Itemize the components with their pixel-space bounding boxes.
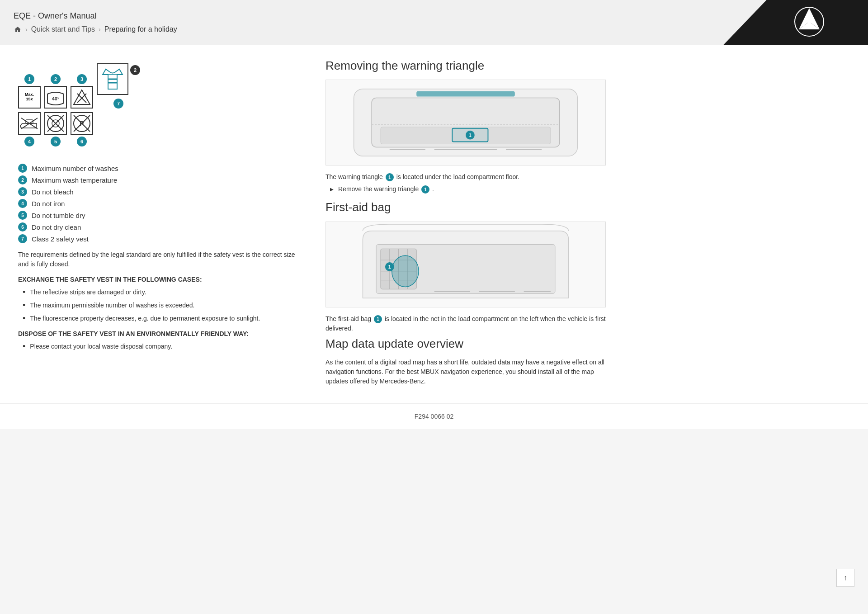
symbol-3-num: 3	[77, 74, 87, 84]
svg-marker-3	[74, 90, 90, 104]
warning-triangle-action-text: Remove the warning triangle 1 .	[338, 185, 434, 194]
legend-num-4: 4	[18, 199, 27, 208]
symbol-3-box	[71, 86, 93, 109]
svg-point-1	[807, 20, 811, 24]
symbol-5-box	[44, 112, 67, 135]
symbol-6-num: 6	[77, 137, 87, 146]
symbol-6-box: P	[71, 112, 93, 135]
symbol-4: 4	[18, 112, 41, 146]
symbols-row-2: 4 5	[18, 112, 298, 146]
legend-item-4: 4 Do not iron	[18, 199, 298, 208]
symbol-1-num: 1	[24, 74, 34, 84]
scroll-top-button[interactable]: ↑	[836, 569, 854, 587]
symbol-4-box	[18, 112, 41, 135]
first-aid-ref-num: 1	[374, 315, 382, 323]
warning-triangle-action-num: 1	[421, 185, 429, 194]
symbol-3: 3	[71, 74, 93, 109]
manual-title: EQE - Owner's Manual	[14, 11, 710, 21]
dispose-bullets: Please contact your local waste disposal…	[18, 342, 298, 351]
map-data-text: As the content of a digital road map has…	[326, 358, 606, 386]
legend-item-7: 7 Class 2 safety vest	[18, 234, 298, 243]
svg-text:1: 1	[388, 264, 391, 269]
symbol-6: P 6	[71, 112, 93, 146]
legend-item-5: 5 Do not tumble dry	[18, 211, 298, 220]
warning-triangle-heading: Removing the warning triangle	[326, 59, 606, 73]
map-data-heading: Map data update overview	[326, 337, 606, 351]
legend-num-7: 7	[18, 234, 27, 243]
warning-triangle-action: Remove the warning triangle 1 .	[326, 185, 606, 194]
dispose-heading: DISPOSE OF THE SAFETY VEST IN AN ENVIRON…	[18, 330, 298, 337]
legend-num-6: 6	[18, 222, 27, 231]
legend-text-1: Maximum number of washes	[32, 165, 118, 172]
symbol-7: 2 7	[97, 63, 140, 109]
exchange-bullet-3: The fluorescence property decreases, e.g…	[23, 314, 298, 323]
svg-text:1: 1	[469, 132, 472, 138]
symbol-7-box	[97, 63, 128, 95]
breadcrumb: › Quick start and Tips › Preparing for a…	[14, 25, 710, 33]
legend-text-4: Do not iron	[32, 200, 65, 208]
warning-triangle-ref-num: 1	[386, 173, 394, 181]
svg-rect-30	[416, 91, 515, 97]
breadcrumb-sep-2: ›	[99, 26, 101, 33]
symbol-2: 2 40°	[44, 74, 67, 109]
exchange-bullets: The reflective strips are damaged or dir…	[18, 288, 298, 323]
legend-num-1: 1	[18, 164, 27, 173]
breadcrumb-sep-1: ›	[25, 26, 28, 33]
first-aid-heading: First-aid bag	[326, 200, 606, 214]
symbols-row-1: 1 Max.15x 2 40°	[18, 63, 298, 109]
mercedes-star-icon	[793, 6, 825, 39]
symbol-1: 1 Max.15x	[18, 74, 41, 109]
legend-num-3: 3	[18, 187, 27, 196]
legend-item-6: 6 Do not dry clean	[18, 222, 298, 231]
breadcrumb-current: Preparing for a holiday	[104, 25, 177, 33]
main-content: 1 Max.15x 2 40°	[0, 45, 868, 403]
header-logo	[723, 0, 868, 45]
care-diagram: 1 Max.15x 2 40°	[18, 59, 298, 155]
legend-text-5: Do not tumble dry	[32, 212, 85, 219]
symbol-1-box: Max.15x	[18, 86, 41, 109]
first-aid-diagram: 1	[326, 222, 606, 307]
legend-text-3: Do not bleach	[32, 188, 74, 196]
exchange-heading: EXCHANGE THE SAFETY VEST IN THE FOLLOWIN…	[18, 276, 298, 283]
left-column: 1 Max.15x 2 40°	[18, 59, 298, 390]
warning-triangle-text: The warning triangle 1 is located under …	[326, 172, 606, 182]
legend-item-3: 3 Do not bleach	[18, 187, 298, 196]
legend-item-2: 2 Maximum wash temperature	[18, 175, 298, 184]
page-footer: F294 0066 02	[0, 403, 868, 429]
legend-text-6: Do not dry clean	[32, 223, 81, 231]
legend-item-1: 1 Maximum number of washes	[18, 164, 298, 173]
dispose-bullet-1: Please contact your local waste disposal…	[23, 342, 298, 351]
home-icon[interactable]	[14, 25, 22, 33]
symbol-2-num: 2	[51, 74, 61, 84]
exchange-bullet-2: The maximum permissible number of washes…	[23, 301, 298, 310]
svg-point-39	[392, 255, 419, 287]
legend-list: 1 Maximum number of washes 2 Maximum was…	[18, 164, 298, 243]
legend-text-2: Maximum wash temperature	[32, 176, 117, 184]
symbol-5: 5	[44, 112, 67, 146]
symbol-7-label-num: 7	[113, 99, 123, 109]
symbol-5-num: 5	[51, 137, 61, 146]
breadcrumb-quick-start[interactable]: Quick start and Tips	[31, 25, 95, 33]
legend-num-5: 5	[18, 211, 27, 220]
first-aid-text: The first-aid bag 1 is located in the ne…	[326, 314, 606, 333]
header-left: EQE - Owner's Manual › Quick start and T…	[0, 7, 723, 38]
legend-num-2: 2	[18, 175, 27, 184]
legend-text-7: Class 2 safety vest	[32, 235, 89, 243]
symbol-2-box: 40°	[44, 86, 67, 109]
requirements-text: The requirements defined by the legal st…	[18, 250, 298, 269]
page-header: EQE - Owner's Manual › Quick start and T…	[0, 0, 868, 45]
scroll-top-arrow: ↑	[844, 574, 847, 582]
doc-id: F294 0066 02	[415, 413, 453, 420]
symbol-7-num: 2	[130, 65, 140, 75]
warning-triangle-diagram: 1	[326, 80, 606, 165]
svg-text:40°: 40°	[52, 96, 60, 101]
exchange-bullet-1: The reflective strips are damaged or dir…	[23, 288, 298, 297]
symbol-4-num: 4	[24, 137, 34, 146]
right-column: Removing the warning triangle 1	[326, 59, 606, 390]
